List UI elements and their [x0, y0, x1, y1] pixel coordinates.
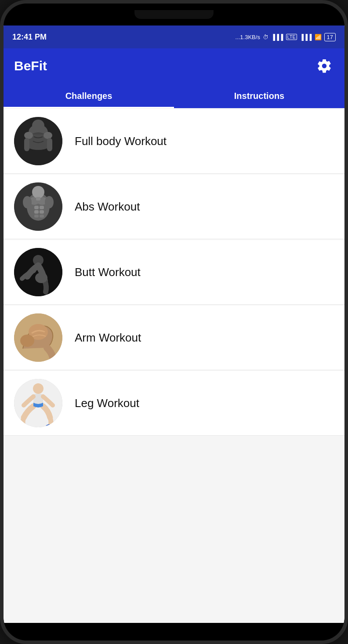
svg-point-24	[35, 273, 47, 283]
svg-rect-5	[24, 138, 29, 151]
battery-icon: 17	[324, 33, 336, 41]
workout-name-fullbody: Full body Workout	[75, 135, 167, 148]
tabs: Challenges Instructions	[4, 84, 344, 108]
avatar-leg	[14, 379, 62, 427]
bottom-space	[4, 437, 344, 454]
svg-rect-14	[34, 210, 39, 214]
workout-name-arm: Arm Workout	[75, 331, 141, 345]
avatar-butt	[14, 248, 62, 296]
svg-point-27	[20, 335, 34, 347]
status-icons: ...1.3KB/s ⏱ ▐▐▐ LTE ▐▐▐ 📶 17	[236, 33, 336, 41]
workout-item-arm[interactable]: Arm Workout	[4, 306, 344, 370]
clock-icon: ⏱	[263, 34, 268, 40]
gear-icon	[316, 58, 332, 74]
workout-item-abs[interactable]: Abs Workout	[4, 175, 344, 239]
wifi-icon: 📶	[315, 34, 322, 40]
svg-point-29	[33, 383, 44, 394]
svg-rect-16	[34, 215, 39, 218]
status-time: 12:41 PM	[12, 33, 47, 42]
avatar-abs	[14, 182, 62, 231]
workout-item-leg[interactable]: Leg Workout	[4, 371, 344, 436]
svg-rect-13	[40, 206, 44, 209]
settings-button[interactable]	[315, 56, 334, 76]
workout-name-leg: Leg Workout	[75, 397, 139, 410]
svg-rect-12	[34, 206, 39, 209]
svg-point-18	[23, 196, 32, 208]
workout-item-fullbody[interactable]: Full body Workout	[4, 109, 344, 174]
svg-point-7	[32, 120, 44, 132]
app-title: BeFit	[14, 58, 47, 73]
svg-point-3	[24, 132, 33, 139]
workout-name-butt: Butt Workout	[75, 266, 141, 279]
phone-frame: 12:41 PM ...1.3KB/s ⏱ ▐▐▐ LTE ▐▐▐ 📶 17 B…	[0, 0, 348, 644]
svg-rect-21	[36, 197, 40, 200]
svg-rect-17	[40, 215, 44, 218]
workout-name-abs: Abs Workout	[75, 200, 140, 214]
lte-icon: LTE	[286, 34, 297, 40]
workout-item-butt[interactable]: Butt Workout	[4, 240, 344, 305]
network-speed: ...1.3KB/s	[236, 34, 260, 40]
tab-instructions[interactable]: Instructions	[174, 84, 344, 108]
signal2-icon: ▐▐▐	[300, 34, 312, 40]
screen: 12:41 PM ...1.3KB/s ⏱ ▐▐▐ LTE ▐▐▐ 📶 17 B…	[4, 25, 344, 623]
workout-list: Full body Workout	[4, 108, 344, 623]
notch-bar	[4, 4, 344, 25]
svg-point-20	[32, 186, 44, 198]
svg-rect-6	[47, 138, 52, 151]
svg-rect-15	[40, 210, 44, 214]
app-header: BeFit	[4, 48, 344, 84]
signal-icon: ▐▐▐	[271, 34, 283, 40]
notch	[134, 10, 214, 19]
svg-point-31	[19, 424, 28, 427]
svg-point-4	[44, 132, 52, 139]
avatar-arm	[14, 313, 62, 362]
status-bar: 12:41 PM ...1.3KB/s ⏱ ▐▐▐ LTE ▐▐▐ 📶 17	[4, 25, 344, 48]
bottom-bar	[4, 623, 344, 640]
svg-point-19	[45, 196, 54, 208]
tab-challenges[interactable]: Challenges	[4, 84, 174, 108]
phone-inner: 12:41 PM ...1.3KB/s ⏱ ▐▐▐ LTE ▐▐▐ 📶 17 B…	[4, 4, 344, 640]
avatar-fullbody	[14, 117, 62, 165]
